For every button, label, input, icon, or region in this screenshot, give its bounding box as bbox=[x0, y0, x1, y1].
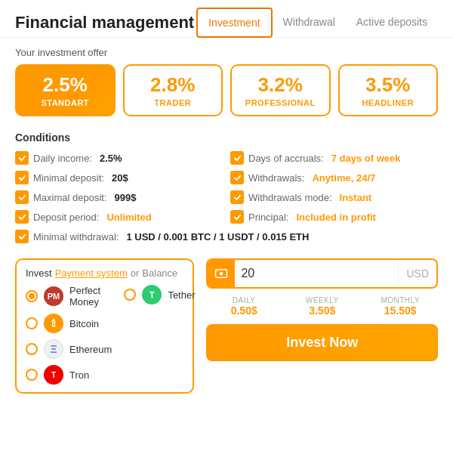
return-weekly: WEEKLY 3.50$ bbox=[285, 296, 360, 317]
check-minimal-withdrawal bbox=[15, 230, 29, 243]
icon-tether: T bbox=[142, 285, 162, 304]
icon-ethereum: Ξ bbox=[44, 339, 63, 359]
plan-standart-name: STANDART bbox=[41, 98, 89, 107]
check-deposit-period bbox=[15, 210, 29, 224]
plan-professional[interactable]: 3.2% PROFESSIONAL bbox=[230, 64, 331, 116]
cond-withdrawals: Withdrawals: Anytime, 24/7 bbox=[230, 169, 438, 186]
right-panel: USD DAILY 0.50$ WEEKLY 3.50$ MONTHLY 15.… bbox=[206, 258, 438, 394]
payment-item-bitcoin[interactable]: ₿ Bitcoin bbox=[26, 314, 112, 333]
returns-row: DAILY 0.50$ WEEKLY 3.50$ MONTHLY 15.50$ bbox=[206, 296, 438, 317]
daily-value: 0.50$ bbox=[206, 304, 282, 317]
investment-offer-label: Your investment offer bbox=[15, 47, 438, 58]
payment-methods: PM Perfect Money ₿ Bitcoin Ξ Ethereum bbox=[26, 285, 183, 385]
label-tron: Tron bbox=[69, 369, 89, 381]
cond-maximal-deposit: Maximal deposit: 999$ bbox=[15, 189, 223, 206]
plan-headliner-name: HEADLINER bbox=[362, 98, 414, 107]
plan-professional-percent: 3.2% bbox=[258, 73, 303, 97]
conditions-grid: Daily income: 2.5% Days of accruals: 7 d… bbox=[15, 150, 438, 245]
payment-system-link[interactable]: Payment system bbox=[55, 267, 128, 279]
conditions-title: Conditions bbox=[15, 131, 438, 144]
nav-tabs: Investment Withdrawal Active deposits bbox=[196, 8, 438, 37]
amount-icon bbox=[208, 260, 235, 287]
header: Financial management Investment Withdraw… bbox=[0, 0, 453, 38]
icon-bitcoin: ₿ bbox=[44, 314, 63, 333]
monthly-value: 15.50$ bbox=[362, 304, 438, 317]
svg-point-2 bbox=[217, 270, 218, 272]
plan-standart-percent: 2.5% bbox=[43, 73, 88, 97]
return-monthly: MONTHLY 15.50$ bbox=[362, 296, 438, 317]
payment-panel: Invest Payment system or Balance PM Perf… bbox=[15, 258, 194, 394]
check-days-accruals bbox=[230, 151, 244, 165]
tab-withdrawal[interactable]: Withdrawal bbox=[273, 8, 346, 37]
invest-now-button[interactable]: Invest Now bbox=[206, 324, 438, 361]
plan-headliner[interactable]: 3.5% HEADLINER bbox=[338, 64, 439, 116]
return-daily: DAILY 0.50$ bbox=[206, 296, 282, 317]
tab-investment[interactable]: Investment bbox=[196, 8, 272, 38]
plan-trader-percent: 2.8% bbox=[150, 73, 195, 97]
payment-item-perfect-money[interactable]: PM Perfect Money bbox=[26, 285, 112, 308]
currency-label: USD bbox=[398, 263, 436, 284]
balance-label[interactable]: Balance bbox=[142, 267, 177, 279]
tab-active-deposits[interactable]: Active deposits bbox=[346, 8, 438, 37]
check-withdrawals-mode bbox=[230, 190, 244, 204]
label-tether: Tether bbox=[168, 289, 195, 301]
plan-professional-name: PROFESSIONAL bbox=[245, 98, 316, 107]
plan-trader[interactable]: 2.8% TRADER bbox=[123, 64, 223, 116]
icon-perfect-money: PM bbox=[44, 286, 63, 306]
investment-offer-section: Your investment offer 2.5% STANDART 2.8%… bbox=[0, 38, 453, 125]
weekly-label: WEEKLY bbox=[285, 296, 360, 304]
check-minimal-deposit bbox=[15, 171, 29, 184]
cond-deposit-period: Deposit period: Unlimited bbox=[15, 209, 223, 225]
page-title: Financial management bbox=[15, 13, 196, 32]
check-withdrawals bbox=[230, 171, 244, 184]
investment-cards: 2.5% STANDART 2.8% TRADER 3.2% PROFESSIO… bbox=[15, 64, 438, 116]
weekly-value: 3.50$ bbox=[285, 304, 360, 317]
amount-input[interactable] bbox=[235, 262, 398, 285]
radio-ethereum[interactable] bbox=[26, 343, 38, 355]
radio-tether[interactable] bbox=[124, 289, 136, 301]
radio-bitcoin[interactable] bbox=[26, 317, 38, 329]
plan-trader-name: TRADER bbox=[154, 98, 191, 107]
cond-minimal-withdrawal: Minimal withdrawal: 1 USD / 0.001 BTC / … bbox=[15, 228, 438, 245]
radio-perfect-money[interactable] bbox=[26, 290, 38, 302]
cond-withdrawals-mode: Withdrawals mode: Instant bbox=[230, 189, 438, 206]
monthly-label: MONTHLY bbox=[362, 296, 438, 304]
cond-principal: Principal: Included in profit bbox=[230, 209, 438, 225]
payment-col-left: PM Perfect Money ₿ Bitcoin Ξ Ethereum bbox=[26, 285, 112, 385]
svg-point-1 bbox=[220, 272, 223, 276]
check-principal bbox=[230, 210, 244, 224]
amount-row: USD bbox=[206, 258, 438, 289]
plan-headliner-percent: 3.5% bbox=[365, 73, 410, 97]
conditions-section: Conditions Daily income: 2.5% Days of ac… bbox=[0, 125, 453, 251]
label-perfect-money: Perfect Money bbox=[69, 285, 112, 308]
bottom-section: Invest Payment system or Balance PM Perf… bbox=[0, 251, 453, 401]
payment-item-tron[interactable]: T Tron bbox=[26, 365, 112, 385]
payment-item-ethereum[interactable]: Ξ Ethereum bbox=[26, 339, 112, 359]
icon-tron: T bbox=[44, 365, 63, 385]
page: Financial management Investment Withdraw… bbox=[0, 0, 453, 476]
check-maximal-deposit bbox=[15, 190, 29, 204]
payment-header: Invest Payment system or Balance bbox=[26, 267, 183, 279]
cond-days-accruals: Days of accruals: 7 days of week bbox=[230, 150, 438, 166]
payment-col-right: T Tether bbox=[124, 285, 195, 385]
invest-label: Invest bbox=[26, 267, 52, 279]
cond-daily-income: Daily income: 2.5% bbox=[15, 150, 223, 166]
label-ethereum: Ethereum bbox=[69, 344, 112, 355]
label-bitcoin: Bitcoin bbox=[69, 318, 99, 329]
daily-label: DAILY bbox=[206, 296, 282, 304]
plan-standart[interactable]: 2.5% STANDART bbox=[15, 64, 116, 116]
check-daily-income bbox=[15, 151, 29, 165]
or-label: or bbox=[131, 267, 140, 279]
radio-tron[interactable] bbox=[26, 369, 38, 381]
payment-item-tether[interactable]: T Tether bbox=[124, 285, 195, 304]
cond-minimal-deposit: Minimal deposit: 20$ bbox=[15, 169, 223, 186]
